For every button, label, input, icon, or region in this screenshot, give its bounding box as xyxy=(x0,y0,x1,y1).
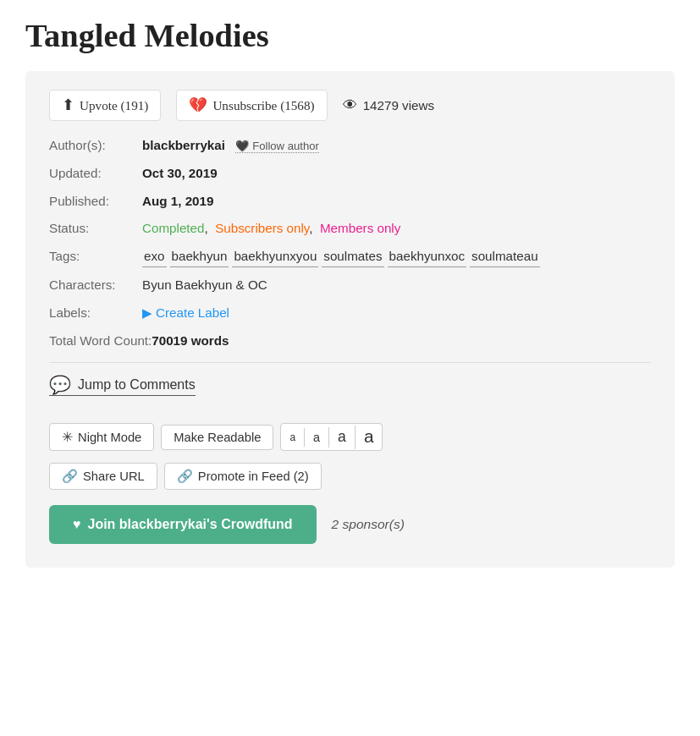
author-name: blackberrykai xyxy=(142,138,225,152)
night-mode-label: Night Mode xyxy=(78,431,141,444)
unsubscribe-icon: 💔 xyxy=(189,96,207,114)
follow-author-button[interactable]: 🖤 Follow author xyxy=(235,140,319,153)
share-url-button[interactable]: 🔗 Share URL xyxy=(49,463,157,490)
tags-container: exo baekhyun baekhyunxyou soulmates baek… xyxy=(142,247,540,267)
page-title: Tangled Melodies xyxy=(25,17,675,54)
updated-label: Updated: xyxy=(49,164,142,184)
upvote-button[interactable]: ⬆ Upvote (191) xyxy=(49,90,161,121)
comments-icon: 💬 xyxy=(49,375,71,395)
night-mode-button[interactable]: ✳ Night Mode xyxy=(49,423,154,451)
crowdfund-label: Join blackberrykai's Crowdfund xyxy=(88,517,293,532)
word-count-row: Total Word Count: 70019 words xyxy=(49,332,651,351)
views-icon: 👁 xyxy=(343,96,358,114)
views-display: 👁 14279 views xyxy=(343,96,434,114)
font-size-medium-button[interactable]: a xyxy=(305,427,329,448)
night-mode-icon: ✳ xyxy=(62,429,73,445)
tag-baekhyunxyou[interactable]: baekhyunxyou xyxy=(232,247,318,267)
author-row: Author(s): blackberrykai 🖤 Follow author xyxy=(49,136,651,156)
upvote-label: Upvote (191) xyxy=(80,98,148,113)
promote-feed-button[interactable]: 🔗 Promote in Feed (2) xyxy=(164,463,322,490)
characters-value: Byun Baekhyun & OC xyxy=(142,276,267,295)
published-row: Published: Aug 1, 2019 xyxy=(49,192,651,211)
word-count-value: 70019 words xyxy=(152,332,229,351)
follow-heart-icon: 🖤 xyxy=(235,140,249,152)
status-value: Completed, Subscribers only, Members onl… xyxy=(142,219,400,239)
tags-label: Tags: xyxy=(49,247,142,266)
tag-exo[interactable]: exo xyxy=(142,247,167,267)
status-members: Members only xyxy=(320,221,400,235)
share-row: 🔗 Share URL 🔗 Promote in Feed (2) xyxy=(49,463,651,490)
jump-comments-label: Jump to Comments xyxy=(78,377,196,393)
views-label: 14279 views xyxy=(363,98,434,113)
unsubscribe-label: Unsubscribe (1568) xyxy=(212,98,314,113)
crowdfund-heart-icon: ♥ xyxy=(73,517,81,532)
published-date: Aug 1, 2019 xyxy=(142,194,213,208)
tags-row: Tags: exo baekhyun baekhyunxyou soulmate… xyxy=(49,247,651,267)
tag-soulmateau[interactable]: soulmateau xyxy=(470,247,540,267)
crowdfund-section: ♥ Join blackberrykai's Crowdfund 2 spons… xyxy=(49,505,651,544)
tag-baekhyunxoc[interactable]: baekhyunxoc xyxy=(388,247,467,267)
author-value: blackberrykai 🖤 Follow author xyxy=(142,136,319,156)
published-value: Aug 1, 2019 xyxy=(142,192,213,211)
characters-label: Characters: xyxy=(49,276,142,295)
published-label: Published: xyxy=(49,192,142,211)
author-label: Author(s): xyxy=(49,136,142,156)
font-size-group: a a a a xyxy=(280,423,383,451)
tag-baekhyun[interactable]: baekhyun xyxy=(170,247,229,267)
font-size-small-button[interactable]: a xyxy=(281,428,305,447)
tag-soulmates[interactable]: soulmates xyxy=(322,247,383,267)
status-label: Status: xyxy=(49,219,142,239)
create-label-button[interactable]: ▶ Create Label xyxy=(142,305,229,321)
create-label-text: Create Label xyxy=(156,305,229,320)
promote-feed-icon: 🔗 xyxy=(177,469,193,484)
create-label-arrow-icon: ▶ xyxy=(142,305,152,321)
divider-1 xyxy=(49,362,651,363)
info-card: ⬆ Upvote (191) 💔 Unsubscribe (1568) 👁 14… xyxy=(25,71,675,568)
word-count-label: Total Word Count: xyxy=(49,332,152,351)
make-readable-label: Make Readable xyxy=(174,431,261,444)
font-size-xlarge-button[interactable]: a xyxy=(356,424,383,450)
status-completed: Completed xyxy=(142,221,204,235)
promote-feed-label: Promote in Feed (2) xyxy=(198,470,309,483)
font-size-large-button[interactable]: a xyxy=(329,426,356,449)
status-subscribers: Subscribers only xyxy=(215,221,309,235)
characters-row: Characters: Byun Baekhyun & OC xyxy=(49,276,651,295)
labels-row: Labels: ▶ Create Label xyxy=(49,304,651,323)
toolbar-row: ✳ Night Mode Make Readable a a a a xyxy=(49,423,651,451)
labels-label: Labels: xyxy=(49,304,142,323)
updated-row: Updated: Oct 30, 2019 xyxy=(49,164,651,184)
follow-author-label: Follow author xyxy=(252,140,319,152)
upvote-icon: ⬆ xyxy=(62,96,74,114)
updated-date: Oct 30, 2019 xyxy=(142,166,218,180)
word-count-number: 70019 words xyxy=(152,333,229,348)
updated-value: Oct 30, 2019 xyxy=(142,164,218,184)
jump-comments-wrapper: 💬 Jump to Comments xyxy=(49,375,651,409)
unsubscribe-button[interactable]: 💔 Unsubscribe (1568) xyxy=(176,90,327,121)
status-row: Status: Completed, Subscribers only, Mem… xyxy=(49,219,651,239)
action-row: ⬆ Upvote (191) 💔 Unsubscribe (1568) 👁 14… xyxy=(49,90,651,121)
share-url-icon: 🔗 xyxy=(62,469,78,484)
share-url-label: Share URL xyxy=(83,470,145,483)
jump-to-comments-button[interactable]: 💬 Jump to Comments xyxy=(49,375,196,396)
sponsor-count: 2 sponsor(s) xyxy=(332,517,405,532)
make-readable-button[interactable]: Make Readable xyxy=(161,425,273,450)
crowdfund-button[interactable]: ♥ Join blackberrykai's Crowdfund xyxy=(49,505,317,544)
